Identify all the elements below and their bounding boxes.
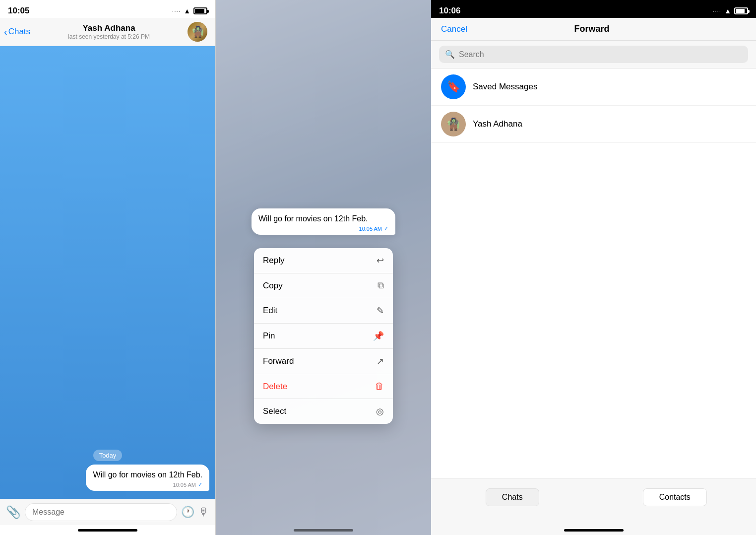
reply-label: Reply — [263, 256, 284, 266]
bottom-tabs: Chats Contacts — [431, 478, 756, 525]
chat-header: ‹ Chats Yash Adhana last seen yesterday … — [0, 18, 215, 46]
back-button[interactable]: ‹ Chats — [4, 27, 30, 37]
cancel-button[interactable]: Cancel — [441, 24, 467, 34]
edit-icon: ✎ — [377, 305, 384, 316]
chats-tab-button[interactable]: Chats — [486, 488, 539, 506]
context-menu: Reply ↩ Copy ⧉ Edit ✎ Pin 📌 Forward ↗ De… — [254, 248, 393, 424]
context-reply[interactable]: Reply ↩ — [254, 248, 393, 273]
status-icons: ···· ▲ — [172, 7, 207, 15]
back-label: Chats — [8, 27, 30, 37]
message-time: 10:05 AM — [173, 482, 196, 488]
tab-chats[interactable]: Chats — [431, 484, 594, 510]
status-time-3: 10:06 — [439, 6, 460, 16]
home-indicator — [0, 525, 215, 535]
contacts-tab-button[interactable]: Contacts — [643, 488, 707, 506]
copy-icon: ⧉ — [378, 280, 384, 291]
context-edit[interactable]: Edit ✎ — [254, 298, 393, 324]
select-icon: ◎ — [376, 406, 384, 417]
home-bar — [78, 529, 137, 532]
wifi-icon-3: ▲ — [724, 7, 731, 15]
context-select[interactable]: Select ◎ — [254, 399, 393, 424]
forward-icon: ↗ — [377, 356, 384, 367]
chat-name: Yash Adhana — [82, 23, 135, 33]
status-bar: 10:05 ···· ▲ — [0, 0, 215, 18]
attach-button[interactable]: 📎 — [6, 505, 21, 519]
preview-check-icon: ✓ — [384, 225, 388, 232]
preview-message-meta: 10:05 AM ✓ — [258, 225, 388, 232]
chat-status: last seen yesterday at 5:26 PM — [68, 33, 150, 40]
pin-icon: 📌 — [373, 331, 384, 341]
saved-messages-name: Saved Messages — [473, 82, 537, 92]
emoji-button[interactable]: 🕐 — [181, 506, 194, 519]
yash-name: Yash Adhana — [473, 119, 522, 129]
contacts-list: 🔖 Saved Messages 🧌 Yash Adhana — [431, 68, 756, 478]
message-input[interactable] — [25, 503, 177, 521]
chat-body: Today Will go for movies on 12th Feb. 10… — [0, 46, 215, 499]
reply-icon: ↩ — [377, 255, 384, 266]
avatar[interactable]: 🧌 — [188, 22, 207, 42]
status-bar-3: 10:06 ···· ▲ — [431, 0, 756, 18]
home-indicator-3 — [431, 525, 756, 535]
chevron-left-icon: ‹ — [4, 27, 7, 37]
search-input[interactable] — [459, 50, 742, 59]
forward-label: Forward — [263, 356, 294, 366]
delete-icon: 🗑 — [375, 381, 384, 392]
copy-label: Copy — [263, 281, 283, 291]
context-menu-screen: Will go for movies on 12th Feb. 10:05 AM… — [216, 0, 431, 535]
contact-item-yash[interactable]: 🧌 Yash Adhana — [431, 106, 756, 143]
date-label: Today — [93, 450, 123, 461]
yash-avatar-icon: 🧌 — [446, 117, 461, 131]
battery-icon — [193, 7, 207, 14]
input-bar: 📎 🕐 🎙 — [0, 499, 215, 525]
tab-contacts[interactable]: Contacts — [594, 484, 756, 510]
status-time: 10:05 — [8, 6, 29, 16]
home-indicator-2 — [216, 525, 431, 535]
contact-item-saved[interactable]: 🔖 Saved Messages — [431, 68, 756, 106]
mic-button[interactable]: 🎙 — [198, 506, 209, 519]
message-meta: 10:05 AM ✓ — [93, 481, 202, 488]
status-icons-3: ···· ▲ — [713, 7, 748, 15]
home-bar-3 — [564, 529, 624, 532]
message-check-icon: ✓ — [198, 481, 202, 488]
search-bar: 🔍 — [431, 41, 756, 68]
chat-screen: 10:05 ···· ▲ ‹ Chats Yash Adhana last se… — [0, 0, 216, 535]
yash-avatar: 🧌 — [441, 112, 466, 136]
signal-icon: ···· — [172, 7, 181, 14]
avatar-image: 🧌 — [188, 22, 207, 42]
pin-label: Pin — [263, 331, 275, 341]
chat-header-center: Yash Adhana last seen yesterday at 5:26 … — [34, 23, 184, 40]
battery-icon-3 — [734, 7, 748, 14]
wifi-icon: ▲ — [184, 7, 190, 15]
forward-screen: 10:06 ···· ▲ Cancel Forward 🔍 🔖 Saved Me… — [431, 0, 756, 535]
saved-messages-avatar: 🔖 — [441, 74, 466, 99]
bookmark-icon: 🔖 — [447, 80, 460, 93]
search-input-wrap: 🔍 — [439, 46, 748, 63]
delete-label: Delete — [263, 382, 287, 392]
home-bar-2 — [294, 529, 353, 532]
preview-message-time: 10:05 AM — [359, 226, 382, 232]
context-delete[interactable]: Delete 🗑 — [254, 374, 393, 399]
date-badge: Today — [6, 451, 209, 460]
message-text: Will go for movies on 12th Feb. — [93, 469, 202, 480]
message-bubble[interactable]: Will go for movies on 12th Feb. 10:05 AM… — [86, 465, 209, 491]
forward-title: Forward — [574, 24, 609, 34]
context-forward[interactable]: Forward ↗ — [254, 349, 393, 374]
forward-header: Cancel Forward — [431, 18, 756, 41]
search-icon: 🔍 — [445, 50, 455, 59]
edit-label: Edit — [263, 306, 277, 316]
message-bubble-preview: Will go for movies on 12th Feb. 10:05 AM… — [252, 208, 395, 235]
select-label: Select — [263, 406, 286, 416]
context-copy[interactable]: Copy ⧉ — [254, 273, 393, 298]
preview-message-text: Will go for movies on 12th Feb. — [258, 213, 388, 224]
context-pin[interactable]: Pin 📌 — [254, 324, 393, 349]
signal-icon-3: ···· — [713, 7, 721, 14]
